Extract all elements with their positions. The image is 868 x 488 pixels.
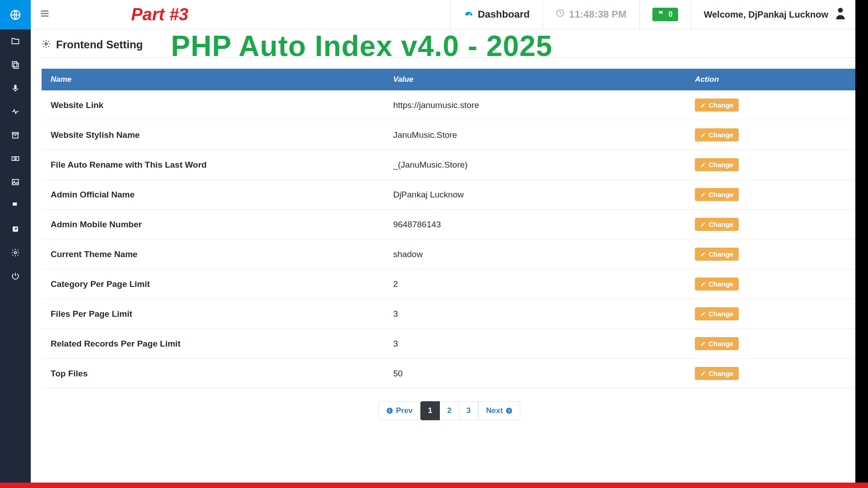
change-button[interactable]: Change <box>695 218 739 231</box>
sidebar-item-mic[interactable] <box>0 76 31 100</box>
sidebar-item-copy[interactable] <box>0 53 31 76</box>
topbar: Part #3 Dashboard 11:48:38 PM 0 We <box>31 0 868 29</box>
change-label: Change <box>708 191 733 198</box>
welcome-user[interactable]: Welcome, DjPankaj Lucknow <box>704 7 846 23</box>
col-value: Value <box>384 69 686 90</box>
setting-value: _(JanuMusic.Store) <box>384 150 686 180</box>
sidebar-item-image[interactable] <box>0 170 31 194</box>
setting-name: Related Records Per Page Limit <box>42 329 384 359</box>
change-label: Change <box>708 161 733 169</box>
overlay-banner: PHP Auto Index v4.0 - 2025 <box>171 29 552 63</box>
flag-icon <box>658 10 665 19</box>
page-prev[interactable]: Prev <box>378 401 420 420</box>
setting-name: Files Per Page Limit <box>42 299 384 329</box>
setting-name: Admin Official Name <box>42 180 384 210</box>
sidebar-item-folder[interactable] <box>0 29 31 53</box>
setting-action: Change <box>686 299 857 329</box>
setting-value: 2 <box>384 269 686 299</box>
sidebar-item-heartbeat[interactable] <box>0 100 31 123</box>
setting-action: Change <box>686 329 857 359</box>
dashboard-link[interactable]: Dashboard <box>463 9 530 20</box>
dashboard-label: Dashboard <box>478 9 530 20</box>
change-button[interactable]: Change <box>695 99 739 112</box>
table-row: Admin Official NameDjPankaj LucknowChang… <box>42 180 857 210</box>
page-next[interactable]: Next <box>478 401 520 420</box>
gear-icon <box>42 39 51 50</box>
change-button[interactable]: Change <box>695 158 739 171</box>
avatar-icon <box>835 7 846 23</box>
sidebar-logo[interactable] <box>0 0 31 29</box>
change-button[interactable]: Change <box>695 248 739 261</box>
table-row: Top Files50Change <box>42 359 857 389</box>
change-button[interactable]: Change <box>695 307 739 320</box>
sidebar-item-flag[interactable] <box>0 194 31 217</box>
svg-point-11 <box>14 252 17 254</box>
page-title: Frontend Setting <box>56 38 143 51</box>
table-row: Website Linkhttps://janumusic.storeChang… <box>42 90 857 120</box>
hamburger-icon[interactable] <box>40 9 50 20</box>
svg-rect-1 <box>12 61 17 67</box>
sidebar-item-external[interactable] <box>0 217 31 241</box>
change-label: Change <box>708 370 733 377</box>
svg-point-15 <box>45 43 47 45</box>
clock: 11:48:38 PM <box>556 9 627 20</box>
svg-rect-8 <box>12 179 18 185</box>
setting-name: Website Link <box>42 90 384 120</box>
col-name: Name <box>42 69 384 90</box>
setting-value: https://janumusic.store <box>384 90 686 120</box>
setting-value: DjPankaj Lucknow <box>384 180 686 210</box>
sidebar-item-gear[interactable] <box>0 241 31 264</box>
settings-table: Name Value Action Website Linkhttps://ja… <box>42 69 857 389</box>
setting-action: Change <box>686 90 857 120</box>
table-row: Website Stylish NameJanuMusic.StoreChang… <box>42 120 857 150</box>
change-label: Change <box>708 310 733 318</box>
setting-action: Change <box>686 269 857 299</box>
setting-name: Admin Mobile Number <box>42 210 384 239</box>
col-action: Action <box>686 69 857 90</box>
sidebar-item-money[interactable] <box>0 147 31 170</box>
change-label: Change <box>708 340 733 347</box>
setting-value: 50 <box>384 359 686 389</box>
welcome-text: Welcome, DjPankaj Lucknow <box>704 9 828 20</box>
pagination: Prev 123 Next <box>42 401 857 420</box>
notification-count: 0 <box>669 10 673 19</box>
notification-badge[interactable]: 0 <box>652 8 678 21</box>
setting-value: shadow <box>384 239 686 269</box>
svg-point-14 <box>838 8 843 13</box>
sidebar-item-archive[interactable] <box>0 123 31 147</box>
change-button[interactable]: Change <box>695 337 739 350</box>
change-button[interactable]: Change <box>695 188 739 201</box>
overlay-part-label: Part #3 <box>131 5 189 24</box>
setting-action: Change <box>686 239 857 269</box>
table-row: File Auto Rename with This Last Word_(Ja… <box>42 150 857 180</box>
main-content: Frontend Setting PHP Auto Index v4.0 - 2… <box>31 29 868 488</box>
svg-rect-5 <box>13 134 18 138</box>
svg-point-7 <box>14 158 16 160</box>
page-3[interactable]: 3 <box>459 401 478 420</box>
clock-icon <box>556 9 565 20</box>
table-row: Category Per Page Limit2Change <box>42 269 857 299</box>
svg-rect-3 <box>14 85 17 89</box>
page-2[interactable]: 2 <box>440 401 459 420</box>
page-prev-label: Prev <box>396 406 413 415</box>
change-button[interactable]: Change <box>695 367 739 380</box>
sidebar-item-power[interactable] <box>0 264 31 288</box>
table-row: Current Theme NameshadowChange <box>42 239 857 269</box>
clock-time: 11:48:38 PM <box>569 9 627 20</box>
svg-point-17 <box>506 408 512 413</box>
svg-point-16 <box>387 408 392 413</box>
right-black-bar <box>855 0 868 488</box>
change-button[interactable]: Change <box>695 128 739 141</box>
setting-action: Change <box>686 359 857 389</box>
setting-name: Top Files <box>42 359 384 389</box>
change-label: Change <box>708 250 733 258</box>
setting-action: Change <box>686 150 857 180</box>
change-label: Change <box>708 131 733 139</box>
setting-action: Change <box>686 120 857 150</box>
change-label: Change <box>708 221 733 228</box>
change-button[interactable]: Change <box>695 277 739 291</box>
change-label: Change <box>708 101 733 109</box>
table-row: Related Records Per Page Limit3Change <box>42 329 857 359</box>
setting-name: Website Stylish Name <box>42 120 384 150</box>
page-1[interactable]: 1 <box>420 401 440 420</box>
